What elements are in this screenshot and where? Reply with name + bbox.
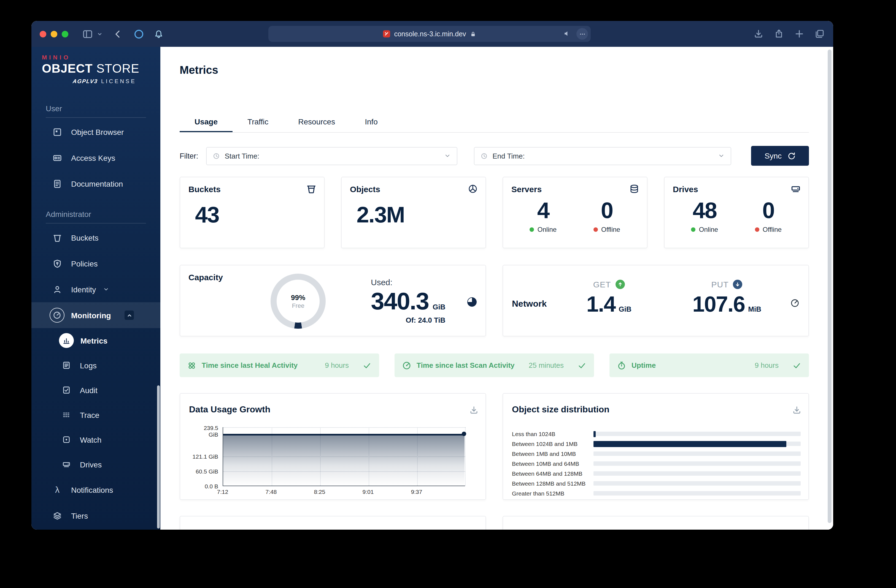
bar-row: Between 64MB and 128MB [512, 469, 801, 477]
object-size-distribution-card: Object size distribution Less than 1024B… [503, 393, 809, 500]
sidebar-item-identity[interactable]: Identity [31, 277, 160, 302]
end-time-select[interactable]: End Time: [474, 147, 731, 165]
minio-brand-text: MINIO [42, 54, 160, 61]
sidebar: MINIO OBJECT STORE AGPLV3 LICENSE User O… [31, 47, 160, 530]
servers-database-icon [629, 184, 639, 194]
window-controls [40, 30, 69, 37]
drives-icon [62, 460, 70, 468]
sidebar-item-drives[interactable]: Drives [31, 452, 160, 477]
x-axis-tick: 7:48 [266, 488, 277, 495]
used-unit: GiB [433, 303, 445, 311]
check-icon [578, 361, 586, 370]
address-bar[interactable]: console.ns-3.ic.min.dev [268, 26, 591, 42]
sidebar-section-user: User [46, 104, 146, 113]
bar-track [593, 491, 801, 495]
pie-chart-icon [467, 297, 477, 307]
servers-card-title: Servers [511, 184, 638, 194]
size-chart-title: Object size distribution [512, 405, 610, 415]
x-axis-tick: 9:01 [363, 488, 374, 495]
bar-track [593, 481, 801, 486]
objects-pie-icon [468, 184, 478, 194]
online-dot [530, 227, 534, 232]
sidebar-item-watch[interactable]: Watch [31, 427, 160, 452]
y-axis-tick: 0.0 B [188, 483, 218, 489]
get-value: 1.4 [586, 292, 615, 316]
sidebar-item-monitoring[interactable]: Monitoring [31, 302, 160, 328]
new-tab-icon[interactable] [795, 29, 804, 38]
sidebar-item-policies[interactable]: Policies [31, 251, 160, 277]
heal-activity-banner: Time since last Heal Activity 9 hours [180, 354, 379, 377]
sidebar-item-logs[interactable]: Logs [31, 353, 160, 378]
scan-icon [402, 361, 411, 370]
extension-bell-icon[interactable] [154, 29, 163, 38]
monitoring-icon [50, 308, 64, 323]
audit-icon [62, 386, 70, 394]
partial-card [503, 516, 809, 530]
page-options-icon[interactable] [576, 28, 588, 40]
objects-card: Objects 2.3M [341, 177, 486, 248]
download-chart-icon[interactable] [792, 406, 801, 415]
zoom-window-button[interactable] [62, 30, 69, 37]
tab-traffic[interactable]: Traffic [233, 112, 283, 132]
extension-ring-icon[interactable] [134, 29, 143, 38]
capacity-total: Of: 24.0 TiB [371, 316, 445, 325]
sidebar-item-buckets[interactable]: Buckets [31, 225, 160, 251]
agpl-badge: AGPLV3 [72, 78, 98, 84]
downloads-icon[interactable] [754, 29, 763, 38]
sidebar-item-label: Monitoring [71, 311, 111, 320]
capacity-title: Capacity [189, 272, 223, 282]
page-title: Metrics [180, 64, 218, 76]
lambda-icon: λ [53, 485, 62, 494]
collapse-chevron-up-icon[interactable] [125, 310, 134, 320]
page-scrollbar-thumb[interactable] [827, 50, 832, 523]
sidebar-scrollbar-thumb[interactable] [157, 385, 160, 529]
back-button-icon[interactable] [114, 29, 122, 38]
capacity-free-label: Free [292, 302, 304, 309]
x-axis-tick: 8:25 [314, 488, 325, 495]
download-chart-icon[interactable] [469, 406, 478, 415]
sidebar-item-label: Policies [71, 259, 98, 268]
y-axis-tick: 60.5 GiB [188, 468, 218, 475]
share-icon[interactable] [774, 29, 783, 38]
tab-resources[interactable]: Resources [283, 112, 350, 132]
servers-offline-group: 0 Offline [575, 199, 638, 234]
sidebar-item-metrics[interactable]: Metrics [31, 328, 160, 353]
capacity-card: Capacity 99% Free Used: 340.3 GiB O [180, 265, 486, 336]
minimize-window-button[interactable] [51, 30, 57, 37]
network-put-group: PUT 107.6 MiB [683, 280, 771, 316]
objects-count: 2.3M [357, 202, 404, 227]
sync-button[interactable]: Sync [751, 146, 809, 166]
stopwatch-icon [617, 361, 626, 370]
sidebar-item-notifications[interactable]: λ Notifications [31, 477, 160, 503]
site-favicon-icon [383, 30, 390, 38]
used-value: 340.3 [371, 288, 429, 315]
drives-card-title: Drives [673, 184, 800, 194]
object-browser-icon [53, 128, 62, 136]
sidebar-item-documentation[interactable]: Documentation [31, 171, 160, 196]
browser-chrome: console.ns-3.ic.min.dev [31, 21, 833, 47]
tab-overview-icon[interactable] [815, 29, 824, 38]
sidebar-toggle-icon[interactable] [83, 29, 93, 39]
sidebar-item-object-browser[interactable]: Object Browser [31, 119, 160, 145]
filter-label: Filter: [180, 152, 198, 160]
bucket-icon [306, 184, 316, 194]
bar-track [593, 451, 801, 456]
scan-value: 25 minutes [529, 361, 564, 369]
close-window-button[interactable] [40, 30, 46, 37]
objects-card-title: Objects [350, 184, 477, 194]
tab-info[interactable]: Info [350, 112, 393, 132]
sidebar-item-trace[interactable]: Trace [31, 403, 160, 427]
sidebar-item-tiers[interactable]: Tiers [31, 503, 160, 529]
clock-icon [480, 152, 488, 160]
capacity-donut-center: 99% Free [277, 280, 320, 323]
sidebar-item-label: Drives [80, 460, 102, 469]
network-get-group: GET 1.4 GiB [565, 280, 653, 316]
sidebar-item-audit[interactable]: Audit [31, 378, 160, 403]
drives-card: Drives 48 Online 0 Offline [664, 177, 809, 248]
sidebar-item-access-keys[interactable]: Access Keys [31, 145, 160, 171]
chevron-down-icon[interactable] [97, 31, 102, 36]
audio-speaker-icon[interactable] [563, 30, 571, 39]
used-label: Used: [371, 278, 445, 287]
start-time-select[interactable]: Start Time: [206, 147, 457, 165]
tab-usage[interactable]: Usage [180, 112, 233, 132]
